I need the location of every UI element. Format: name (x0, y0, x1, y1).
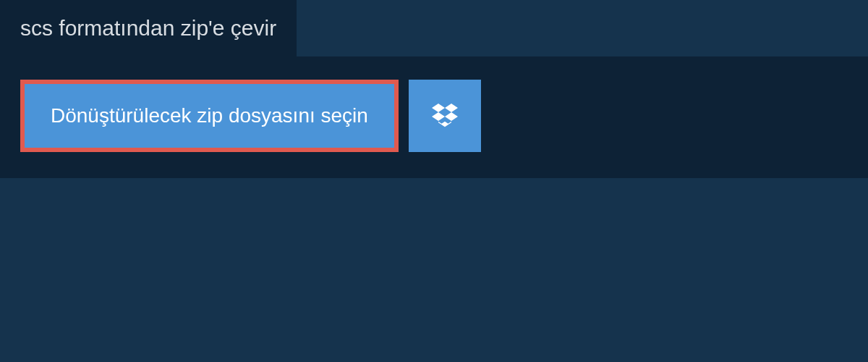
select-file-button[interactable]: Dönüştürülecek zip dosyasını seçin (20, 80, 399, 152)
upload-panel: Dönüştürülecek zip dosyasını seçin (0, 56, 868, 178)
select-file-label: Dönüştürülecek zip dosyasını seçin (51, 104, 368, 127)
dropbox-button[interactable] (409, 80, 481, 152)
page-title: scs formatından zip'e çevir (0, 0, 297, 56)
page-title-text: scs formatından zip'e çevir (20, 16, 276, 40)
dropbox-icon (432, 101, 458, 130)
button-row: Dönüştürülecek zip dosyasını seçin (20, 80, 848, 152)
